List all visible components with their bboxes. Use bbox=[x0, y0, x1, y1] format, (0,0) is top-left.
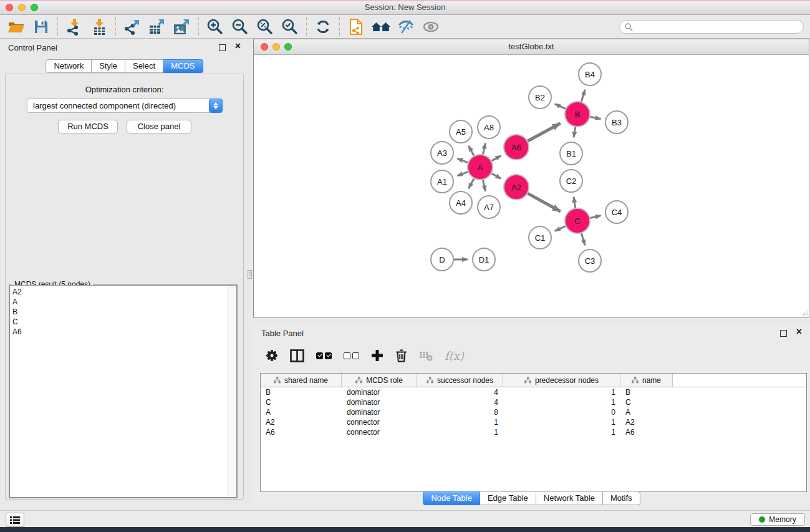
graph-edge-C-C2[interactable] bbox=[574, 197, 576, 208]
zoom-fit-icon[interactable] bbox=[253, 17, 277, 37]
tab-select[interactable]: Select bbox=[125, 59, 163, 73]
graph-edge-A6-B[interactable] bbox=[528, 123, 560, 141]
graph-edge-B-B1[interactable] bbox=[574, 127, 576, 138]
eye-icon[interactable] bbox=[418, 17, 443, 37]
graph-edge-B-B3[interactable] bbox=[591, 117, 601, 119]
zoom-out-icon[interactable] bbox=[228, 17, 253, 37]
float-panel-icon[interactable] bbox=[219, 44, 226, 51]
tab-motifs[interactable]: Motifs bbox=[603, 491, 640, 505]
mcds-result-item[interactable]: A bbox=[10, 297, 228, 307]
export-table-icon[interactable] bbox=[145, 17, 170, 37]
close-window-button[interactable] bbox=[261, 43, 268, 51]
column-header-name[interactable]: name bbox=[620, 374, 673, 387]
select-all-columns-icon[interactable] bbox=[316, 352, 332, 359]
graph-edge-A-A6[interactable] bbox=[491, 156, 501, 161]
folder-open-icon[interactable] bbox=[4, 17, 29, 37]
unselect-all-columns-icon[interactable] bbox=[344, 352, 359, 359]
network-window-titlebar[interactable]: testGlobe.txt bbox=[254, 39, 809, 55]
mcds-result-item[interactable]: C bbox=[10, 317, 228, 327]
graph-edge-A-A4[interactable] bbox=[468, 178, 474, 188]
tab-mcds[interactable]: MCDS bbox=[163, 59, 203, 73]
table-cell: connector bbox=[342, 418, 417, 427]
tab-edge-table[interactable]: Edge Table bbox=[480, 491, 536, 505]
graph-edge-B-B4[interactable] bbox=[581, 90, 585, 102]
import-network-icon[interactable] bbox=[62, 17, 87, 37]
graph-edge-A-A3[interactable] bbox=[457, 158, 468, 162]
shared-column-icon bbox=[524, 377, 531, 384]
graph-edge-A-A2[interactable] bbox=[491, 173, 501, 178]
session-title: Session: New Session bbox=[0, 0, 810, 14]
graph-edge-A-A5[interactable] bbox=[468, 146, 474, 156]
memory-button[interactable]: Memory bbox=[750, 513, 805, 526]
criterion-dropdown[interactable]: largest connected component (directed) bbox=[27, 99, 223, 113]
hide-eye-icon[interactable] bbox=[393, 17, 418, 37]
table-row[interactable]: Adominator80A bbox=[261, 407, 806, 417]
table-row[interactable]: Bdominator41B bbox=[261, 387, 806, 397]
zoom-in-icon[interactable] bbox=[203, 17, 228, 37]
minimize-window-button[interactable] bbox=[18, 4, 26, 11]
refresh-layout-icon[interactable] bbox=[311, 17, 335, 37]
close-window-button[interactable] bbox=[6, 4, 13, 11]
table-cell: connector bbox=[342, 428, 417, 437]
save-icon[interactable] bbox=[29, 17, 54, 37]
table-row[interactable]: A6connector11A6 bbox=[261, 427, 806, 437]
run-mcds-button[interactable]: Run MCDS bbox=[58, 120, 118, 133]
table-row[interactable]: A2connector11A2 bbox=[261, 417, 806, 427]
node-table[interactable]: shared nameMCDS rolesuccessor nodesprede… bbox=[260, 373, 807, 492]
graph-edge-A-A8[interactable] bbox=[483, 143, 485, 154]
graph-node-label: B3 bbox=[612, 118, 622, 127]
task-history-button[interactable] bbox=[6, 513, 24, 527]
splitter-grip[interactable] bbox=[248, 270, 252, 279]
search-input[interactable] bbox=[636, 22, 798, 32]
network-canvas[interactable]: A5A8A3AA1A4A7A6A2B2B4BB3B1C2C4CC1C3DD1 bbox=[254, 54, 809, 317]
zoom-window-button[interactable] bbox=[31, 4, 38, 11]
graph-edge-B-B2[interactable] bbox=[555, 104, 566, 109]
mcds-result-group: MCDS result (5 nodes) A2ABCA6 bbox=[9, 284, 238, 498]
scrollbar-track[interactable] bbox=[228, 286, 236, 497]
export-network-icon[interactable] bbox=[120, 17, 145, 37]
column-header-MCDS-role[interactable]: MCDS role bbox=[342, 374, 417, 387]
graph-edge-A-A7[interactable] bbox=[483, 180, 485, 191]
graph-edge-A-A1[interactable] bbox=[457, 172, 468, 175]
resize-grip-icon[interactable] bbox=[799, 308, 808, 317]
column-header-successor-nodes[interactable]: successor nodes bbox=[417, 374, 503, 387]
double-home-icon[interactable] bbox=[369, 17, 393, 37]
show-columns-icon[interactable] bbox=[290, 349, 304, 362]
import-table-icon[interactable] bbox=[87, 17, 112, 37]
column-header-shared-name[interactable]: shared name bbox=[261, 374, 342, 387]
minimize-window-button[interactable] bbox=[272, 43, 280, 51]
mcds-result-item[interactable]: A2 bbox=[10, 287, 228, 297]
mcds-result-list[interactable]: A2ABCA6 bbox=[9, 285, 237, 498]
tab-network[interactable]: Network bbox=[46, 59, 92, 73]
tab-style[interactable]: Style bbox=[92, 59, 125, 73]
graph-edge-C-C4[interactable] bbox=[590, 216, 600, 218]
list-icon bbox=[10, 516, 20, 525]
add-column-icon[interactable] bbox=[371, 349, 383, 362]
graph-node-label: C1 bbox=[535, 233, 546, 243]
close-panel-icon[interactable]: × bbox=[796, 327, 802, 337]
graph-node-label: A7 bbox=[484, 203, 494, 212]
table-settings-gear-icon[interactable] bbox=[266, 349, 278, 362]
mcds-result-item[interactable]: B bbox=[10, 307, 228, 317]
table-row[interactable]: Cdominator41C bbox=[261, 397, 806, 407]
graph-node-label: C2 bbox=[566, 177, 577, 186]
zoom-window-button[interactable] bbox=[284, 43, 292, 51]
network-document-icon[interactable] bbox=[344, 17, 369, 37]
graph-edge-A2-C[interactable] bbox=[528, 193, 560, 211]
mcds-result-item[interactable]: A6 bbox=[10, 327, 228, 337]
column-header-predecessor-nodes[interactable]: predecessor nodes bbox=[503, 374, 620, 387]
graph-edge-C-C3[interactable] bbox=[581, 233, 585, 245]
application-window: Session: New Session bbox=[0, 0, 810, 532]
export-image-icon[interactable] bbox=[170, 17, 195, 37]
dropdown-stepper-icon[interactable] bbox=[209, 99, 223, 113]
control-panel-title: Control Panel bbox=[8, 43, 57, 52]
tab-node-table[interactable]: Node Table bbox=[423, 491, 480, 505]
zoom-selected-icon[interactable] bbox=[277, 17, 302, 37]
close-panel-button[interactable]: Close panel bbox=[127, 120, 191, 133]
close-panel-icon[interactable]: × bbox=[235, 41, 241, 51]
graph-edge-C-C1[interactable] bbox=[555, 226, 566, 231]
search-field[interactable] bbox=[619, 20, 804, 34]
delete-column-icon[interactable] bbox=[395, 349, 407, 362]
float-panel-icon[interactable] bbox=[780, 330, 787, 337]
tab-network-table[interactable]: Network Table bbox=[536, 491, 603, 505]
